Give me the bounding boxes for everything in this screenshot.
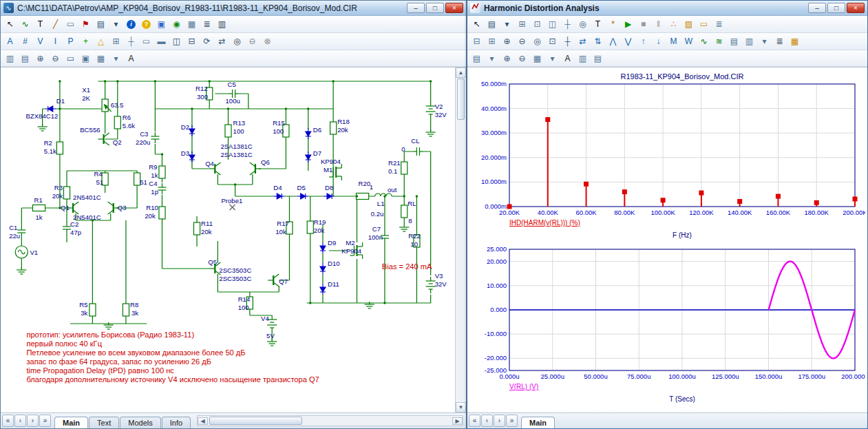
text-tool[interactable]: T	[591, 17, 605, 31]
vertical-scrollbar[interactable]: ▲ ▼	[455, 67, 466, 412]
valley-tool[interactable]: ⋁	[621, 34, 635, 48]
zoom-out-tool[interactable]: ⊖	[515, 52, 529, 65]
previous-page-button[interactable]: ‹	[14, 415, 26, 427]
node-voltages-toggle[interactable]: V	[33, 34, 47, 48]
previous-page-button[interactable]: ‹	[481, 415, 493, 427]
panel-toggle[interactable]: ⊟	[469, 34, 484, 48]
help-tool[interactable]: ?	[139, 17, 154, 31]
global-high-tool[interactable]: M	[666, 34, 681, 48]
zoom-area-tool[interactable]: ▭	[63, 52, 78, 65]
data-points-toggle[interactable]: ∴	[666, 17, 681, 31]
font-tool[interactable]: A	[124, 52, 138, 65]
harmonic-distortion-chart[interactable]: R1983-11_KP904_Borisov_Mod.CIR0.000m10.0…	[469, 70, 865, 244]
font-tool[interactable]: A	[560, 52, 575, 65]
zoom-in-tool[interactable]: ⊕	[33, 52, 47, 65]
zoom-window-tool[interactable]: ⊡	[530, 17, 544, 31]
close-button[interactable]: ×	[445, 3, 463, 13]
stop-button[interactable]: ■	[636, 17, 650, 31]
calculator-tool[interactable]: ▦	[787, 34, 802, 48]
warning-toggle[interactable]: △	[94, 34, 108, 48]
pause-button[interactable]: ‖	[651, 17, 666, 31]
zoom-auto-tool[interactable]: ◎	[530, 34, 544, 48]
zoom-window-tool[interactable]: ⊡	[545, 34, 560, 48]
clipboard-tool[interactable]: ▤	[94, 17, 108, 31]
clipboard-dropdown[interactable]: ▾	[500, 17, 514, 31]
node-numbers-toggle[interactable]: #	[18, 34, 32, 48]
web-tool[interactable]: ◉	[169, 17, 184, 31]
component-dropdown[interactable]: ▾	[109, 17, 123, 31]
list-tool[interactable]: ≣	[200, 17, 214, 31]
global-low-tool[interactable]: W	[681, 34, 696, 48]
spreadsheet-tool[interactable]: ▦	[184, 17, 199, 31]
envelope-tool[interactable]: ≋	[712, 34, 726, 48]
properties-tool[interactable]: *	[606, 17, 620, 31]
low-tool[interactable]: ↓	[651, 34, 666, 48]
grid-select-tool[interactable]: ▦	[94, 52, 108, 65]
repeat-last-find[interactable]: ⊖	[245, 34, 260, 48]
grid-dropdown[interactable]: ▾	[109, 52, 123, 65]
last-page-button[interactable]: »	[506, 415, 518, 427]
schematic-drawing[interactable]: X12K63.5D1BZX84C12R65.6kBC556Q2R25.1kC32…	[1, 67, 454, 399]
grid-toggle[interactable]: ⊞	[109, 34, 123, 48]
scale-tool[interactable]: ▤	[469, 52, 484, 65]
maximize-button[interactable]: □	[426, 3, 444, 13]
maximize-button[interactable]: □	[827, 3, 845, 13]
tab-main[interactable]: Main	[54, 417, 88, 428]
copy-page-tool[interactable]: ▥	[575, 52, 590, 65]
plot-area[interactable]: R1983-11_KP904_Borisov_Mod.CIR0.000m10.0…	[467, 67, 867, 412]
scroll-right-icon[interactable]: ▶	[452, 417, 463, 425]
point-tag-tool[interactable]: ◎	[575, 17, 590, 31]
crosshair-toggle[interactable]: ┼	[124, 34, 138, 48]
grid-dropdown[interactable]: ▾	[545, 52, 560, 65]
output-waveform-chart[interactable]: 25.00020.00010.0000.000-10.000-20.000-25…	[469, 244, 865, 408]
tab-models[interactable]: Models	[120, 417, 160, 428]
add-graph-tool[interactable]: ⊞	[515, 17, 529, 31]
flag-tool[interactable]: ⚑	[78, 17, 93, 31]
schematic-canvas[interactable]: X12K63.5D1BZX84C12R65.6kBC556Q2R25.1kC32…	[1, 67, 466, 412]
wire-mode-tool[interactable]: ∿	[18, 17, 32, 31]
waveform-tool[interactable]: ∿	[697, 34, 711, 48]
mirror-tool[interactable]: ◫	[169, 34, 184, 48]
chart-legend[interactable]: V(RL) (V)	[509, 383, 538, 390]
paste-page-tool[interactable]: ▤	[591, 52, 605, 65]
snapshot-tool[interactable]: ▣	[78, 52, 93, 65]
options-dropdown[interactable]: ▾	[757, 34, 772, 48]
go-to-x-tool[interactable]: ⇄	[575, 34, 590, 48]
flip-y-tool[interactable]: ⊟	[184, 34, 199, 48]
attribute-text-toggle[interactable]: A	[3, 34, 17, 48]
scale-mode-tool[interactable]: ◫	[545, 17, 560, 31]
powers-toggle[interactable]: P	[63, 34, 78, 48]
title-block-toggle[interactable]: ▬	[154, 34, 169, 48]
last-page-button[interactable]: »	[39, 415, 51, 427]
cursor-mode-tool[interactable]: ┼	[560, 17, 575, 31]
high-tool[interactable]: ↑	[636, 34, 650, 48]
select-tool[interactable]: ↖	[3, 17, 17, 31]
close-button[interactable]: ×	[847, 3, 865, 13]
copy-page-tool[interactable]: ▥	[3, 52, 17, 65]
add-panel-tool[interactable]: ⊞	[485, 34, 499, 48]
grid-a-tool[interactable]: ▤	[727, 34, 741, 48]
first-page-button[interactable]: «	[469, 415, 480, 427]
scroll-up-icon[interactable]: ▲	[456, 67, 466, 78]
grid-b-tool[interactable]: ▥	[742, 34, 756, 48]
select-tool[interactable]: ↖	[469, 17, 484, 31]
grid-select-tool[interactable]: ▦	[530, 52, 544, 65]
scale-dropdown[interactable]: ▾	[485, 52, 499, 65]
pin-connections-toggle[interactable]: +	[78, 34, 93, 48]
tab-text[interactable]: Text	[89, 417, 119, 428]
info-tool[interactable]: i	[124, 17, 138, 31]
scroll-down-icon[interactable]: ▼	[456, 402, 466, 412]
rectangle-tool[interactable]: ▭	[63, 17, 78, 31]
zoom-out-tool[interactable]: ⊖	[515, 34, 529, 48]
ruler-toggle[interactable]: ▭	[697, 17, 711, 31]
border-toggle[interactable]: ▭	[139, 34, 154, 48]
hscrollbar-thumb[interactable]	[209, 417, 302, 425]
line-tool[interactable]: ╱	[48, 17, 63, 31]
flip-x-tool[interactable]: ⇄	[215, 34, 229, 48]
go-to-y-tool[interactable]: ⇅	[591, 34, 605, 48]
schematic-titlebar[interactable]: ∿ C:\MC11\DATA\Petrov\AMP_KP904_Borisov_…	[1, 1, 466, 16]
text-tool[interactable]: T	[33, 17, 47, 31]
analysis-titlebar[interactable]: Harmonic Distortion Analysis – □ ×	[467, 1, 867, 16]
tokens-toggle[interactable]: ▧	[681, 17, 696, 31]
clipboard-tool[interactable]: ▤	[485, 17, 499, 31]
